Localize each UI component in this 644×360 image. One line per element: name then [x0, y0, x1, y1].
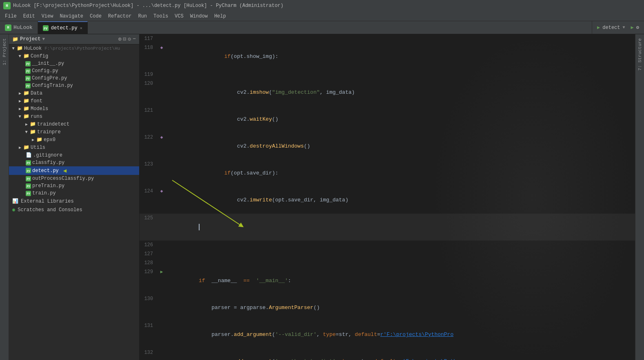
scratches-and-consoles-item[interactable]: ◉ Scratches and Consoles	[9, 205, 139, 214]
project-close-icon[interactable]: −	[133, 36, 136, 42]
code-line-128: 128	[140, 258, 635, 267]
code-editor[interactable]: 117 118 ◆ if(opt.show_img): 119	[140, 34, 635, 360]
project-title: Project	[20, 36, 40, 42]
config-arrow: ▶	[18, 55, 22, 57]
app-name-tab: H HuLook	[0, 21, 38, 34]
init-label: __init__.py	[32, 61, 64, 66]
tree-runs-folder[interactable]: ▶ 📁 runs	[9, 113, 139, 120]
root-path: F:\projects\PythonProject\Hu	[44, 46, 120, 51]
tree-configpre-py[interactable]: py ConfigPre.py	[9, 75, 139, 82]
menu-view[interactable]: View	[38, 13, 57, 20]
menu-help[interactable]: Help	[211, 13, 229, 20]
line-num-128: 128	[140, 258, 158, 267]
project-side-tab[interactable]: 1: Project	[1, 36, 8, 68]
project-panel: 📁 Project ▼ ⊕ ⊟ ⚙ − ▶ 📁 HuLook F:\projec…	[9, 34, 140, 360]
trainpre-icon: 📁	[30, 129, 36, 135]
menu-code[interactable]: Code	[87, 13, 105, 20]
tree-data-folder[interactable]: ▶ 📁 Data	[9, 89, 139, 97]
hulook-icon: H	[5, 24, 11, 31]
project-collapse-icon[interactable]: ⊟	[123, 36, 127, 42]
utils-folder-icon: 📁	[23, 144, 29, 150]
run-icon: ▶	[597, 24, 600, 31]
init-py-icon: py	[25, 61, 31, 66]
tree-init-py[interactable]: py __init__.py	[9, 60, 139, 67]
root-label: HuLook	[24, 46, 42, 51]
scratches-consoles-label: Scratches and Consoles	[18, 207, 82, 213]
project-dropdown-arrow[interactable]: ▼	[42, 37, 45, 42]
side-tabs-left: 1: Project	[0, 34, 9, 360]
tree-epx0-folder[interactable]: ▶ 📁 epx0	[9, 136, 139, 144]
tree-traindetect-folder[interactable]: ▶ 📁 traindetect	[9, 120, 139, 128]
code-line-117: 117	[140, 34, 635, 43]
scratches-icon: ◉	[12, 207, 15, 213]
line-num-121: 121	[140, 106, 158, 115]
menu-bar: File Edit View Navigate Code Refactor Ru…	[0, 11, 644, 21]
config-py-label: Config.py	[32, 68, 58, 74]
side-tabs-right: 7: Structure	[635, 34, 644, 360]
code-line-126: 126	[140, 241, 635, 250]
utils-arrow: ▶	[19, 145, 21, 150]
utils-label: Utils	[31, 145, 45, 150]
tree-config-py[interactable]: py Config.py	[9, 67, 139, 75]
menu-file[interactable]: File	[2, 13, 20, 20]
runs-folder-icon: 📁	[23, 113, 29, 119]
tree-gitignore[interactable]: 📄 .gitignore	[9, 151, 139, 159]
run-config-label: detect	[602, 25, 620, 31]
font-label: font	[31, 98, 42, 104]
project-add-icon[interactable]: ⊕	[118, 36, 122, 42]
root-folder-icon: 📁	[17, 45, 23, 51]
menu-refactor[interactable]: Refactor	[105, 13, 135, 20]
run-button[interactable]: ▶	[631, 24, 634, 31]
annotation-arrow: ◀	[63, 167, 67, 174]
structure-side-tab[interactable]: 7: Structure	[637, 36, 643, 73]
line-content-129: if __name__ == '__main__':	[165, 267, 635, 294]
file-tree: ▶ 📁 HuLook F:\projects\PythonProject\Hu …	[9, 44, 139, 360]
configtrain-icon: py	[25, 83, 31, 88]
run-dropdown-arrow[interactable]: ▼	[623, 25, 625, 30]
menu-tools[interactable]: Tools	[150, 13, 171, 20]
menu-edit[interactable]: Edit	[20, 13, 38, 20]
menu-vcs[interactable]: VCS	[171, 13, 187, 20]
settings-button[interactable]: ⚙	[636, 24, 639, 31]
project-settings-icon[interactable]: ⚙	[128, 36, 131, 42]
menu-window[interactable]: Window	[187, 13, 211, 20]
line-content-121: cv2.waitKey()	[165, 106, 635, 133]
pretrain-label: preTrain.py	[32, 183, 64, 189]
tree-trainpre-folder[interactable]: ▶ 📁 trainpre	[9, 128, 139, 136]
config-py-icon: py	[25, 68, 31, 74]
tree-config-folder[interactable]: ▶ 📁 Config	[9, 52, 139, 60]
line-content-123: if(opt.save_dir):	[165, 160, 635, 187]
detect-file-tab[interactable]: py detect.py ✕	[38, 21, 88, 34]
external-libraries-item[interactable]: 📊 External Libraries	[9, 197, 139, 205]
line-content-125	[165, 214, 635, 241]
folder-icon: 📁	[12, 36, 18, 42]
line-num-122: 122	[140, 133, 158, 142]
train-label: train.py	[32, 190, 56, 196]
menu-run[interactable]: Run	[135, 13, 150, 20]
menu-navigate[interactable]: Navigate	[56, 13, 87, 20]
tree-pretrain-py[interactable]: py preTrain.py	[9, 182, 139, 190]
line-content-130: parser = argparse.ArgumentParser()	[165, 294, 635, 321]
tree-font-folder[interactable]: ▶ 📁 font	[9, 97, 139, 105]
main-layout: 1: Project 📁 Project ▼ ⊕ ⊟ ⚙ − ▶ 📁 HuLoo…	[0, 34, 644, 360]
runs-arrow: ▶	[18, 115, 22, 117]
classfiy-label: classfiy.py	[32, 160, 64, 166]
line-num-129: 129	[140, 267, 158, 276]
tree-detect-py[interactable]: py detect.py ◀	[9, 166, 139, 175]
tree-outprocess-py[interactable]: py outProcessClassfiy.py	[9, 175, 139, 182]
epx0-arrow: ▶	[32, 137, 34, 142]
line-num-130: 130	[140, 294, 158, 303]
close-tab-button[interactable]: ✕	[80, 26, 82, 31]
tree-classfiy-py[interactable]: py classfiy.py	[9, 159, 139, 166]
line-num-118: 118	[140, 43, 158, 52]
tree-utils-folder[interactable]: ▶ 📁 Utils	[9, 144, 139, 151]
title-text: HuLook [F:\projects\PythonProject\HuLook…	[13, 3, 284, 9]
code-line-132: 132 parser.add_argument('--path_state_di…	[140, 348, 635, 360]
traindetect-arrow: ▶	[25, 122, 28, 127]
traindetect-label: traindetect	[37, 121, 69, 127]
tree-models-folder[interactable]: ▶ 📁 Models	[9, 105, 139, 113]
outprocess-label: outProcessClassfiy.py	[32, 176, 94, 181]
tree-train-py[interactable]: py train.py	[9, 190, 139, 197]
tree-root-hulook[interactable]: ▶ 📁 HuLook F:\projects\PythonProject\Hu	[9, 44, 139, 52]
tree-configtrain-py[interactable]: py ConfigTrain.py	[9, 82, 139, 89]
